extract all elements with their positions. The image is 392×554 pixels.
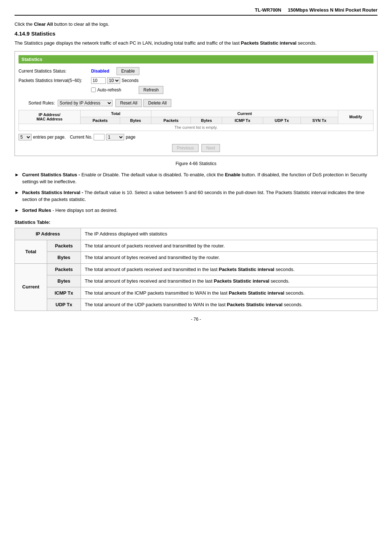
section-title: 4.14.9 Statistics [15, 30, 377, 37]
bullet-3-bold: Sorted Rules [22, 208, 51, 213]
col-cur-bytes: Bytes [191, 117, 222, 124]
bullet-list: ► Current Statistics Status - Enable or … [15, 171, 377, 214]
entries-per-page-select[interactable]: 5 10 20 [19, 134, 32, 140]
header-bar: TL-WR700N 150Mbps Wireless N Mini Pocket… [15, 7, 377, 16]
clear-all-bold: Clear All [34, 21, 53, 27]
desc-current-header: Current [15, 263, 47, 311]
current-status-value: Disabled [91, 69, 109, 74]
statistics-panel: Statistics Current Statistics Status: Di… [15, 51, 377, 156]
reset-all-button[interactable]: Reset All [115, 99, 142, 107]
col-modify: Modify [338, 110, 373, 124]
desc-row-total-packets: Total Packets The total amount of packet… [15, 240, 377, 252]
sorted-rules-label: Sorted Rules: [19, 100, 55, 106]
empty-row: The current list is empty. [19, 124, 373, 131]
desc-row-ip: IP Address The IP Address displayed with… [15, 228, 377, 240]
interval-unit: Seconds [122, 78, 139, 83]
desc-udp-col: UDP Tx [47, 299, 81, 311]
stats-table-section: Statistics Table: IP Address The IP Addr… [15, 219, 377, 311]
desc-cur-bytes-desc: The total amount of bytes received and t… [81, 275, 377, 287]
desc-ip-desc: The IP Address displayed with statistics [81, 228, 377, 240]
figure-caption: Figure 4-66 Statistics [15, 161, 377, 166]
bullet-item-1: ► Current Statistics Status - Enable or … [15, 171, 377, 185]
interval-label: Packets Statistics Interval(5~60): [19, 78, 91, 83]
refresh-button[interactable]: Refresh [139, 86, 163, 94]
next-button[interactable]: Next [201, 144, 220, 152]
arrow-icon-2: ► [15, 189, 19, 203]
bullet-1-enable-bold: Enable [225, 172, 241, 177]
desc-total-bytes-desc: The total amount of bytes received and t… [81, 252, 377, 264]
desc-udp-desc: The total amount of the UDP packets tran… [81, 299, 377, 311]
col-total-packets: Packets [80, 117, 120, 124]
arrow-icon-3: ► [15, 207, 19, 214]
router-description: 150Mbps Wireless N Mini Pocket Router [288, 7, 377, 13]
interval-row: Packets Statistics Interval(5~60): 10 5 … [19, 77, 373, 84]
current-no-label: Current No. [70, 135, 92, 140]
bullet-item-2: ► Packets Statistics Interval - The defa… [15, 189, 377, 203]
statistics-panel-header: Statistics [19, 55, 373, 63]
interval-input[interactable] [91, 77, 106, 84]
interval-select[interactable]: 10 5 15 20 30 60 [107, 77, 120, 84]
col-syn-tx: SYN Tx [301, 117, 338, 124]
navigation-row: Previous Next [19, 144, 373, 152]
desc-icmp-col: ICMP Tx [47, 287, 81, 299]
col-total: Total [80, 110, 151, 117]
col-cur-packets: Packets [151, 117, 191, 124]
col-current: Current [151, 110, 338, 117]
statistics-table: IP Address/MAC Address Total Current Mod… [19, 110, 373, 131]
desc-total-packets-col: Packets [47, 240, 81, 252]
auto-refresh-checkbox[interactable] [91, 87, 96, 92]
desc-row-total-bytes: Bytes The total amount of bytes received… [15, 252, 377, 264]
sorted-rules-row: Sorted Rules: Sorted by IP Address Sorte… [19, 99, 373, 107]
sorted-rules-select[interactable]: Sorted by IP Address Sorted by MAC Addre… [58, 100, 113, 106]
desc-cur-bytes-col: Bytes [47, 275, 81, 287]
col-udp-tx: UDP Tx [263, 117, 301, 124]
description-table: IP Address The IP Address displayed with… [15, 228, 377, 311]
desc-row-udp: UDP Tx The total amount of the UDP packe… [15, 299, 377, 311]
desc-total-header: Total [15, 240, 47, 263]
delete-all-button[interactable]: Delete All [143, 99, 171, 107]
bullet-item-3: ► Sorted Rules - Here displays sort as d… [15, 207, 377, 214]
desc-cur-packets-desc: The total amount of packets received and… [81, 263, 377, 275]
desc-icmp-desc: The total amount of the ICMP packets tra… [81, 287, 377, 299]
page-label: page [126, 135, 135, 140]
col-ip-mac: IP Address/MAC Address [19, 110, 81, 124]
auto-refresh-row: Auto-refresh Refresh [91, 86, 373, 94]
desc-cur-packets-col: Packets [47, 263, 81, 275]
page-number: - 76 - [15, 317, 377, 322]
auto-refresh-label: Auto-refresh [97, 87, 121, 93]
arrow-icon-1: ► [15, 171, 19, 185]
empty-text: The current list is empty. [19, 124, 373, 131]
desc-row-cur-packets: Current Packets The total amount of pack… [15, 263, 377, 275]
current-status-label: Current Statistics Status: [19, 69, 91, 74]
desc-ip-header: IP Address [15, 228, 81, 240]
desc-total-packets-desc: The total amount of packets received and… [81, 240, 377, 252]
section-description: The Statistics page displays the network… [15, 40, 377, 47]
col-total-bytes: Bytes [120, 117, 151, 124]
intro-paragraph: Click the Clear All button to clear all … [15, 21, 377, 27]
enable-button[interactable]: Enable [117, 67, 139, 75]
current-no-input[interactable] [94, 134, 105, 140]
desc-row-icmp: ICMP Tx The total amount of the ICMP pac… [15, 287, 377, 299]
stats-table-title: Statistics Table: [15, 219, 377, 225]
desc-row-cur-bytes: Bytes The total amount of bytes received… [15, 275, 377, 287]
model-name: TL-WR700N [255, 7, 281, 13]
current-status-row: Current Statistics Status: Disabled Enab… [19, 67, 373, 75]
pagination-row: 5 10 20 entries per page. Current No. 1 … [19, 134, 373, 140]
bullet-1-bold: Current Statistics Status - [22, 172, 80, 177]
previous-button[interactable]: Previous [172, 144, 199, 152]
bullet-2-bold: Packets Statistics Interval - [22, 190, 83, 195]
desc-total-bytes-col: Bytes [47, 252, 81, 264]
entries-label: entries per page. [33, 135, 66, 140]
col-icmp-tx: ICMP Tx [222, 117, 263, 124]
page-select[interactable]: 1 [106, 134, 124, 140]
column-group-header: IP Address/MAC Address Total Current Mod… [19, 110, 373, 117]
